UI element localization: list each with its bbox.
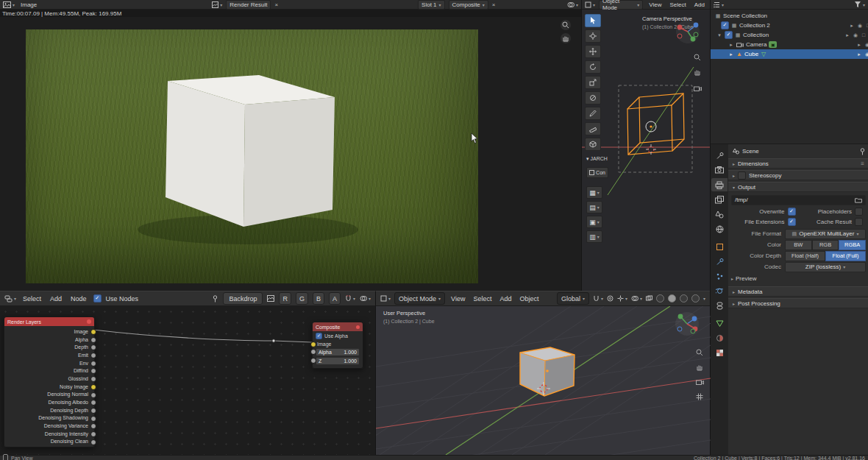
codec-dropdown[interactable]: ZIP (lossless)▾ — [785, 262, 866, 272]
world-properties-tab[interactable] — [711, 222, 728, 236]
channel-g-button[interactable]: G — [296, 292, 308, 305]
outliner-row-cube-selected[interactable]: ▸ ▲ Cube ▽ ▸ ◉ □ ■ — [711, 49, 868, 59]
jarch-window-button[interactable]: ▣▾ — [586, 216, 602, 228]
panel-dimensions[interactable]: ▸Dimensions≡ — [728, 158, 868, 169]
image-channel-icon[interactable] — [267, 295, 274, 302]
menu-select[interactable]: Select — [471, 295, 494, 302]
menu-image[interactable]: Image — [18, 1, 39, 8]
float-half-button[interactable]: Float (Half) — [785, 251, 825, 261]
channel-b-button[interactable]: B — [313, 292, 324, 305]
use-alpha-checkbox[interactable]: ✓ — [316, 333, 322, 339]
display-channels-icon[interactable]: ▾ — [567, 1, 578, 8]
select-box-tool[interactable] — [585, 14, 601, 27]
editor-type-compositor-icon[interactable]: ▾ — [4, 294, 16, 302]
channel-r-button[interactable]: R — [279, 292, 291, 305]
output-socket[interactable] — [90, 416, 96, 422]
rotate-tool[interactable] — [585, 60, 601, 74]
menu-select[interactable]: Select — [668, 1, 689, 8]
shading-rendered-icon[interactable] — [691, 294, 700, 302]
expand-icon[interactable]: ▸ — [728, 42, 734, 48]
outliner-row-collection-2[interactable]: ✓ ▦ Collection 2 ▸ ◉ □ ■ — [711, 21, 868, 30]
image-datablock-selector[interactable]: Render Result — [226, 0, 271, 10]
pin-icon[interactable] — [859, 148, 866, 155]
hide-eye-icon[interactable]: ◉ — [853, 32, 858, 38]
selectable-icon[interactable]: ▸ — [849, 23, 855, 29]
output-socket[interactable] — [90, 337, 96, 343]
file-format-dropdown[interactable]: ▤OpenEXR MultiLayer▾ — [785, 229, 866, 239]
transform-tool[interactable] — [585, 91, 601, 105]
input-socket[interactable] — [310, 358, 316, 364]
constraints-properties-tab[interactable] — [711, 299, 728, 312]
panel-post-processing[interactable]: ▸Post Processing — [728, 298, 868, 308]
output-socket[interactable] — [90, 392, 96, 398]
editor-type-3d-icon[interactable]: ▾ — [380, 295, 391, 302]
proportional-editing-icon[interactable] — [607, 295, 613, 302]
navigation-gizmo[interactable] — [674, 311, 700, 337]
material-properties-tab[interactable] — [711, 331, 728, 344]
collection-checkbox[interactable]: ✓ — [721, 21, 729, 29]
output-path-field[interactable]: /tmp/ — [731, 195, 866, 205]
preview-subpanel[interactable]: ▸Preview — [731, 274, 866, 283]
panel-output[interactable]: ▾Output — [728, 182, 868, 192]
filter-funnel-icon[interactable]: ▾ — [854, 1, 865, 8]
menu-add[interactable]: Add — [48, 295, 64, 302]
folder-icon[interactable] — [855, 197, 862, 203]
sidebar-panel-jarch[interactable]: ▾ JARCH — [586, 156, 608, 162]
backdrop-button[interactable]: Backdrop — [223, 292, 263, 305]
collection-checkbox[interactable]: ✓ — [725, 31, 733, 39]
navigation-gizmo[interactable] — [675, 18, 701, 45]
menu-node[interactable]: Node — [68, 295, 89, 302]
jarch-con-button[interactable]: Con — [586, 167, 608, 178]
xray-toggle-icon[interactable] — [646, 295, 652, 302]
channel-a-button[interactable]: A — [329, 292, 341, 305]
physics-properties-tab[interactable] — [711, 284, 728, 297]
add-cube-tool[interactable] — [585, 138, 601, 151]
color-rgba-button[interactable]: RGBA — [839, 240, 866, 250]
image-editor-canvas[interactable] — [0, 17, 581, 291]
placeholders-checkbox[interactable] — [855, 208, 863, 216]
output-socket[interactable] — [90, 384, 96, 390]
tool-properties-tab[interactable] — [711, 149, 728, 162]
shading-wireframe-icon[interactable] — [656, 294, 664, 302]
file-extensions-checkbox[interactable]: ✓ — [788, 218, 796, 226]
overlays-toggle-icon[interactable]: ▾ — [631, 295, 642, 302]
pan-hand-icon[interactable] — [692, 67, 702, 77]
menu-select[interactable]: Select — [21, 295, 43, 302]
output-properties-tab[interactable] — [711, 178, 728, 191]
slot-selector[interactable]: Slot 1▾ — [418, 0, 444, 10]
outliner-row-scene-collection[interactable]: ▦ Scene Collection — [711, 11, 868, 21]
cache-result-checkbox[interactable] — [855, 218, 863, 226]
hide-eye-icon[interactable]: ◉ — [864, 42, 868, 48]
mode-selector[interactable]: Object Mode▾ — [394, 292, 445, 305]
selectable-icon[interactable]: ▸ — [856, 42, 862, 48]
close-image-icon[interactable]: × — [492, 1, 496, 8]
scene-properties-tab[interactable] — [711, 208, 728, 221]
float-full-button[interactable]: Float (Full) — [825, 251, 866, 261]
use-nodes-checkbox[interactable]: ✓ — [93, 294, 102, 302]
compositor-canvas[interactable]: Render Layers Image Alpha Depth Emit Env… — [0, 306, 375, 455]
menu-view[interactable]: View — [449, 295, 467, 302]
editor-type-3d-icon[interactable]: ▾ — [585, 1, 595, 8]
overlap-icon[interactable]: ▾ — [360, 295, 371, 302]
shading-material-icon[interactable] — [680, 294, 688, 302]
render-properties-tab[interactable] — [711, 163, 728, 177]
browse-image-icon[interactable]: ▾ — [212, 1, 222, 8]
output-socket[interactable] — [90, 431, 96, 437]
move-tool[interactable] — [585, 45, 601, 58]
panel-stereoscopy[interactable]: ▸Stereoscopy — [728, 170, 868, 180]
color-rgb-button[interactable]: RGB — [812, 240, 839, 250]
disable-viewport-icon[interactable]: □ — [865, 23, 868, 28]
camera-view-icon[interactable] — [692, 83, 702, 93]
alpha-value-field[interactable]: Alpha1.000 — [316, 348, 360, 356]
z-value-field[interactable]: Z1.000 — [316, 357, 360, 365]
disable-viewport-icon[interactable]: □ — [861, 32, 867, 38]
stereoscopy-checkbox[interactable] — [738, 171, 746, 180]
particles-properties-tab[interactable] — [711, 269, 728, 283]
object-data-properties-tab[interactable] — [711, 316, 728, 330]
outliner-row-camera[interactable]: ▸ Camera ▣ ▸ ◉ □ ■ — [711, 40, 868, 49]
input-socket[interactable] — [310, 342, 316, 347]
menu-add[interactable]: Add — [497, 295, 513, 302]
render-button[interactable] — [87, 319, 91, 324]
shading-solid-icon[interactable] — [668, 294, 676, 302]
jarch-flooring-button[interactable]: ▤▾ — [586, 201, 602, 213]
